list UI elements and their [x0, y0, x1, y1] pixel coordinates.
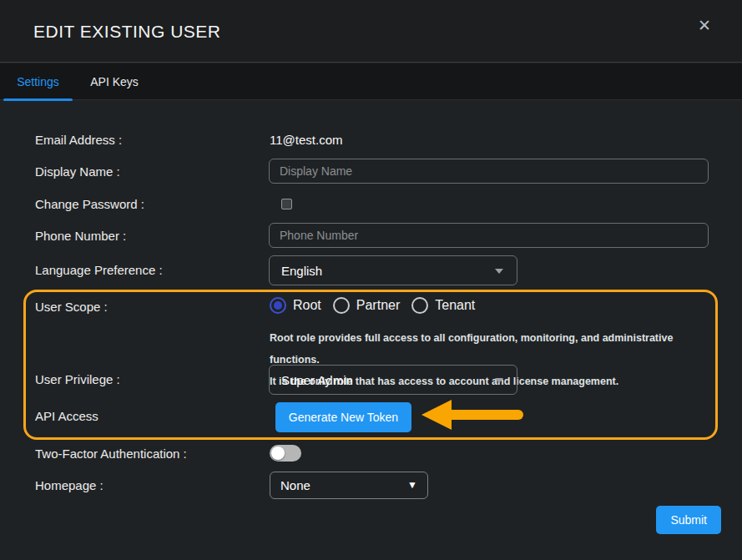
- homepage-label: Homepage :: [35, 478, 103, 492]
- radio-selected-icon: [270, 297, 286, 314]
- close-icon[interactable]: ✕: [694, 15, 715, 37]
- tab-settings[interactable]: Settings: [0, 63, 76, 100]
- change-password-checkbox[interactable]: [281, 199, 292, 209]
- phone-input[interactable]: [269, 223, 709, 248]
- tab-api-keys[interactable]: API Keys: [76, 63, 153, 100]
- radio-option-tenant[interactable]: Tenant: [411, 297, 475, 314]
- edit-user-modal: EDIT EXISTING USER ✕ Settings API Keys E…: [0, 0, 742, 560]
- chevron-down-icon: [495, 378, 503, 383]
- language-dropdown-value: English: [281, 264, 322, 278]
- display-name-input[interactable]: [269, 159, 709, 184]
- toggle-knob: [271, 446, 285, 460]
- radio-unselected-icon: [333, 297, 350, 314]
- user-privilege-label: User Privilege :: [35, 372, 120, 386]
- modal-header: EDIT EXISTING USER ✕: [0, 0, 742, 63]
- user-scope-label: User Scope :: [35, 300, 108, 314]
- radio-label-root: Root: [293, 298, 321, 313]
- generate-new-token-button[interactable]: Generate New Token: [275, 402, 411, 432]
- email-value: 11@test.com: [270, 133, 342, 147]
- email-label: Email Address :: [35, 133, 122, 147]
- radio-option-partner[interactable]: Partner: [333, 297, 400, 314]
- modal-title: EDIT EXISTING USER: [33, 22, 221, 42]
- change-password-label: Change Password :: [35, 197, 144, 211]
- tab-bar: Settings API Keys: [0, 63, 742, 100]
- chevron-down-icon: [495, 269, 503, 274]
- user-privilege-dropdown-value: Super Admin: [281, 373, 353, 387]
- radio-label-partner: Partner: [356, 298, 400, 313]
- user-privilege-dropdown[interactable]: Super Admin: [269, 365, 517, 395]
- phone-label: Phone Number :: [35, 229, 126, 243]
- homepage-select[interactable]: None ▼: [270, 472, 428, 499]
- highlight-arrow-icon: [421, 400, 452, 430]
- radio-option-root[interactable]: Root: [270, 297, 321, 314]
- display-name-label: Display Name :: [35, 164, 120, 179]
- user-scope-radio-group: Root Partner Tenant: [270, 297, 475, 314]
- submit-button[interactable]: Submit: [656, 506, 721, 534]
- radio-label-tenant: Tenant: [435, 298, 475, 313]
- select-caret-icon: ▼: [407, 479, 417, 491]
- two-factor-toggle[interactable]: [270, 445, 301, 462]
- homepage-select-value: None: [280, 478, 310, 492]
- radio-unselected-icon: [411, 297, 428, 314]
- two-factor-label: Two-Factor Authentication :: [35, 446, 187, 461]
- language-label: Language Preference :: [35, 263, 163, 277]
- language-dropdown[interactable]: English: [269, 255, 517, 285]
- highlight-arrow-shaft: [451, 410, 523, 420]
- api-access-label: API Access: [35, 409, 98, 423]
